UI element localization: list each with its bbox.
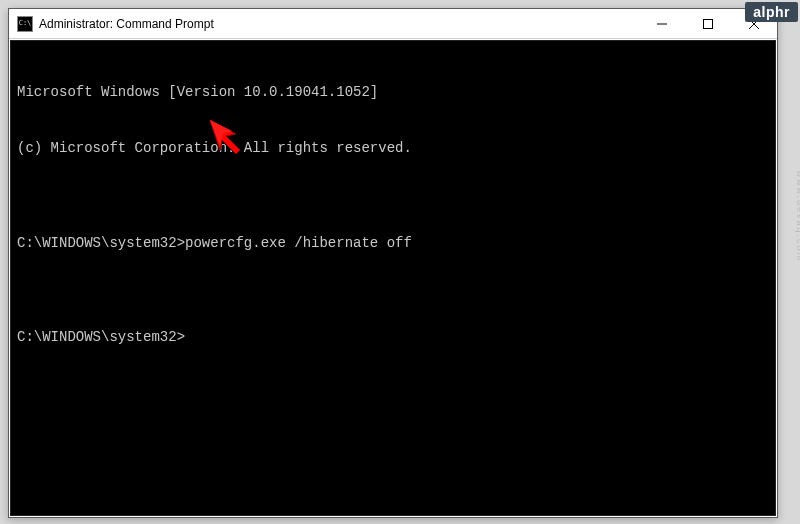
terminal-area[interactable]: Microsoft Windows [Version 10.0.19041.10…: [10, 40, 776, 516]
minimize-button[interactable]: [639, 9, 685, 38]
maximize-icon: [703, 19, 713, 29]
svg-rect-1: [704, 19, 713, 28]
prompt-prefix: C:\WINDOWS\system32>: [17, 329, 185, 345]
cmd-icon-label: C:\: [19, 20, 32, 27]
cursor: [185, 330, 193, 345]
terminal-line: C:\WINDOWS\system32>powercfg.exe /hibern…: [17, 234, 769, 253]
terminal-line: Microsoft Windows [Version 10.0.19041.10…: [17, 83, 769, 102]
window-title: Administrator: Command Prompt: [39, 17, 214, 31]
minimize-icon: [657, 19, 667, 29]
red-arrow-annotation: [206, 116, 246, 156]
cmd-icon: C:\: [17, 16, 33, 32]
brand-badge: alphr: [745, 2, 798, 22]
side-watermark: www.devaq.com: [795, 170, 800, 262]
terminal-prompt-line: C:\WINDOWS\system32>: [17, 328, 769, 347]
maximize-button[interactable]: [685, 9, 731, 38]
command-prompt-window: C:\ Administrator: Command Prompt Micros…: [8, 8, 778, 518]
terminal-line: (c) Microsoft Corporation. All rights re…: [17, 139, 769, 158]
titlebar[interactable]: C:\ Administrator: Command Prompt: [9, 9, 777, 39]
